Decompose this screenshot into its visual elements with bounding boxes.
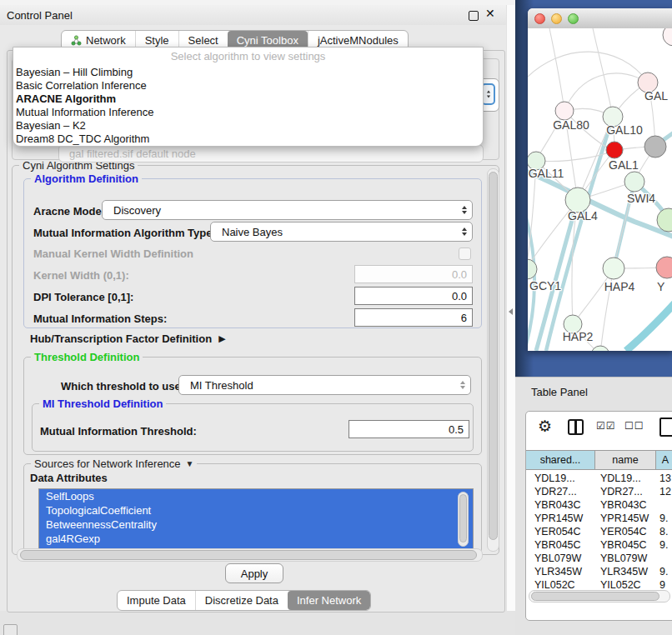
- table-row[interactable]: YBL079WYBL079W: [526, 552, 672, 565]
- bottom-left-window-icon[interactable]: [3, 624, 18, 635]
- node-partial-top[interactable]: [663, 28, 672, 46]
- dropdown-item[interactable]: Bayesian – K2: [13, 119, 483, 132]
- table-horizontal-scrollbar[interactable]: [529, 590, 670, 602]
- network-canvas[interactable]: GAL GAL80 GAL10 GAL1 GAL11 GAL4 SWI4 GCY…: [528, 28, 672, 351]
- node-gal1-selected[interactable]: [606, 142, 623, 158]
- table-row[interactable]: YLR345WYLR345W9.: [526, 565, 672, 578]
- network-tab-icon: [71, 35, 82, 46]
- node-label: GAL: [644, 89, 668, 102]
- manual-kernel-label: Manual Kernel Width Definition: [33, 248, 193, 260]
- tab-discretize-data[interactable]: Discretize Data: [195, 591, 288, 610]
- data-attributes-list[interactable]: SelfLoops TopologicalCoefficient Between…: [38, 488, 474, 550]
- node-label: GAL1: [609, 158, 639, 172]
- dpi-tolerance-input[interactable]: 0.0: [354, 287, 473, 305]
- table-row[interactable]: YPR145WYPR145W9.: [526, 512, 672, 525]
- network-view-window: GAL GAL80 GAL10 GAL1 GAL11 GAL4 SWI4 GCY…: [528, 8, 672, 351]
- kernel-width-input[interactable]: 0.0: [354, 265, 473, 283]
- column-header-name[interactable]: name: [595, 451, 656, 469]
- node-label: GCY1: [529, 279, 561, 292]
- mi-threshold-input[interactable]: 0.5: [349, 420, 469, 438]
- sources-group-title-row[interactable]: Sources for Network Inference ▼: [31, 458, 197, 470]
- hub-definition-label: Hub/Transcription Factor Definition: [30, 332, 212, 345]
- node-gal80[interactable]: [555, 102, 574, 120]
- network-desktop: GAL GAL80 GAL10 GAL1 GAL11 GAL4 SWI4 GCY…: [515, 0, 672, 377]
- network-window-titlebar[interactable]: [528, 8, 672, 29]
- collapse-down-icon: ▼: [186, 459, 194, 468]
- tab-impute-data[interactable]: Impute Data: [118, 591, 195, 610]
- splitter-collapse-icon[interactable]: [509, 308, 513, 315]
- node-salmon[interactable]: [656, 257, 672, 278]
- network-graph: GAL GAL80 GAL10 GAL1 GAL11 GAL4 SWI4 GCY…: [528, 28, 672, 351]
- node-label: HAP2: [563, 330, 594, 343]
- node-gray[interactable]: [644, 136, 666, 158]
- table-row[interactable]: YBR043CYBR043C: [526, 498, 672, 512]
- table-row[interactable]: YDR27...YDR27...12: [526, 485, 672, 498]
- node-hap4[interactable]: [603, 258, 624, 279]
- document-icon[interactable]: [659, 418, 672, 437]
- list-item[interactable]: gal4RGexp: [39, 532, 473, 546]
- table-row[interactable]: YER054CYER054C8.: [526, 525, 672, 538]
- node-label: GAL10: [606, 123, 643, 137]
- dropdown-item[interactable]: Bayesian – Hill Climbing: [13, 66, 483, 79]
- float-window-icon[interactable]: [469, 11, 479, 21]
- close-icon[interactable]: ✕: [485, 7, 495, 20]
- settings-horizontal-scrollbar[interactable]: [17, 548, 483, 562]
- algorithm-dropdown-popup: Select algorithm to view settings Bayesi…: [13, 47, 484, 147]
- table-panel-title: Table Panel: [531, 386, 588, 398]
- manual-kernel-checkbox[interactable]: [459, 248, 471, 260]
- which-threshold-combo[interactable]: MI Threshold: [178, 375, 471, 395]
- threshold-definition-title: Threshold Definition: [31, 351, 143, 363]
- dropdown-item[interactable]: Dream8 DC_TDC Algorithm: [13, 132, 483, 146]
- cyni-bottom-tabs: Impute Data Discretize Data Infer Networ…: [117, 590, 371, 611]
- dropdown-item-selected[interactable]: ARACNE Algorithm: [13, 92, 483, 106]
- checkbox-unchecked-icon[interactable]: ☐☐: [624, 420, 644, 432]
- columns-icon[interactable]: [568, 419, 584, 435]
- kernel-width-label: Kernel Width (0,1):: [33, 269, 129, 282]
- minimize-traffic-light[interactable]: [551, 13, 562, 24]
- table-panel: Table Panel ⚙ ☑☑ ☐☐ shared... name A YDL…: [515, 377, 672, 635]
- close-traffic-light[interactable]: [534, 13, 545, 24]
- node-label: GAL80: [553, 118, 589, 132]
- column-header-shared-name[interactable]: shared...: [526, 451, 595, 469]
- aracne-mode-combo[interactable]: Discovery: [102, 200, 473, 220]
- attributes-scrollbar[interactable]: [458, 492, 469, 547]
- dpi-tolerance-label: DPI Tolerance [0,1]:: [33, 291, 133, 303]
- tab-infer-network[interactable]: Infer Network: [288, 591, 370, 610]
- table-header: shared... name A: [526, 450, 672, 470]
- mi-type-label: Mutual Information Algorithm Type:: [33, 227, 216, 239]
- node-label: GAL4: [568, 209, 598, 222]
- list-item[interactable]: SelfLoops: [39, 489, 473, 503]
- combo-stepper-icon: [462, 228, 467, 236]
- table-row[interactable]: YBR045CYBR045C9.: [526, 538, 672, 552]
- control-panel-titlebar: Control Panel: [0, 5, 506, 26]
- combo-stepper-icon: [460, 381, 465, 389]
- settings-vertical-scrollbar[interactable]: [487, 168, 499, 552]
- node-label: GAL11: [529, 167, 564, 180]
- checkbox-checked-icon[interactable]: ☑☑: [596, 420, 616, 432]
- hub-definition-expander[interactable]: Hub/Transcription Factor Definition ▶: [30, 332, 226, 345]
- zoom-traffic-light[interactable]: [568, 13, 579, 24]
- network-selector-combo-disabled: gal filtered.sif default node: [58, 144, 484, 162]
- which-threshold-label: Which threshold to use:: [61, 380, 184, 392]
- node-label: HAP4: [604, 280, 635, 293]
- mi-steps-label: Mutual Information Steps:: [33, 312, 167, 325]
- mi-threshold-definition-title: MI Threshold Definition: [39, 398, 166, 410]
- sources-group-title: Sources for Network Inference: [34, 458, 181, 470]
- mi-algorithm-type-combo[interactable]: Naive Bayes: [210, 222, 473, 242]
- table-row[interactable]: YDL19...YDL19...13: [526, 472, 672, 485]
- gear-icon[interactable]: ⚙: [538, 417, 552, 436]
- dropdown-item[interactable]: Basic Correlation Inference: [13, 79, 483, 92]
- dropdown-item[interactable]: Mutual Information Inference: [13, 106, 483, 119]
- mi-steps-input[interactable]: 6: [354, 308, 473, 327]
- aracne-mode-label: Aracne Mode:: [33, 205, 105, 218]
- list-item[interactable]: TopologicalCoefficient: [39, 503, 473, 518]
- node-swi4[interactable]: [624, 172, 644, 192]
- table-body: YDL19...YDL19...13 YDR27...YDR27...12 YB…: [526, 472, 672, 592]
- node-partial-bottom[interactable]: [591, 346, 609, 351]
- node-label: Y: [657, 280, 665, 293]
- node-partial-right[interactable]: [657, 208, 672, 232]
- apply-button[interactable]: Apply: [225, 563, 283, 583]
- list-item[interactable]: BetweennessCentrality: [39, 518, 473, 532]
- column-header-partial[interactable]: A: [656, 451, 672, 469]
- algorithm-definition-title: Algorithm Definition: [31, 172, 142, 185]
